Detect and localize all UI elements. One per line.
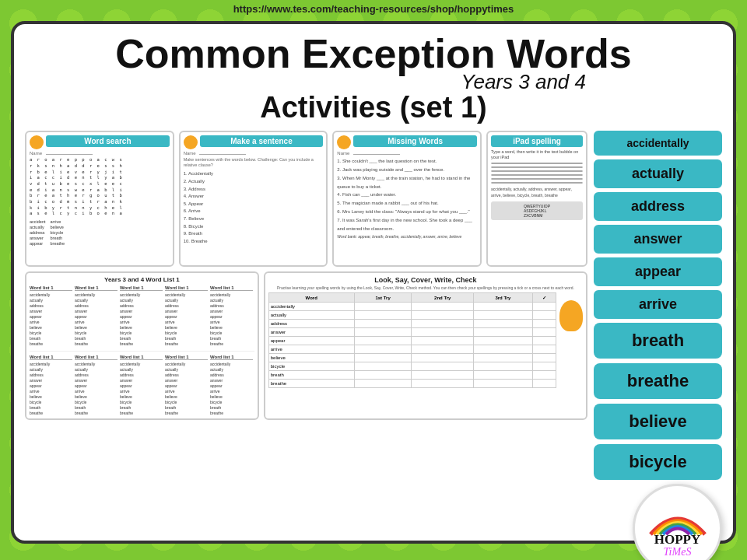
word-card-accidentally: accidentally — [594, 131, 722, 156]
ipad-spelling-card: iPad spelling Type a word, then write it… — [486, 131, 587, 267]
main-title: Common Exception Words — [25, 32, 722, 76]
hoppy-times: TiMeS — [664, 546, 692, 558]
make-sentence-card: Make a sentence Name Make sentences with… — [179, 131, 328, 267]
look-say-card: Look, Say, Cover, Write, Check Practise … — [264, 271, 587, 420]
activities-title: Activities (set 1) — [25, 91, 722, 124]
ipad-desc: Type a word, then write it in the text b… — [491, 149, 583, 160]
make-sentence-title: Make a sentence — [200, 135, 324, 147]
ipad-keyboard: QWERTYUIOPASDFGHJKLZXCVBNM — [491, 201, 583, 220]
word-search-title: Word search — [46, 135, 170, 147]
hoppy-name: HOPPY — [654, 532, 701, 548]
table-row: arrive — [268, 345, 556, 354]
word-card-appear: appear — [594, 257, 722, 286]
center-word-bicycle: bicycle — [594, 444, 722, 480]
name-field-ws: Name — [30, 151, 170, 156]
word-list-card: Years 3 and 4 Word List 1 Word list 1 ac… — [25, 271, 259, 420]
missing-words-card: Missing Words Name 1. She couldn't ___ t… — [332, 131, 482, 267]
ipad-word-list: accidentally, actually, address, answer,… — [491, 187, 583, 198]
hoppy-logo: HOPPY TiMeS — [633, 484, 722, 560]
missing-words-title: Missing Words — [353, 135, 477, 147]
sentence-list: 1. Accidentally 2. Actually 3. Address 4… — [184, 170, 324, 245]
table-row: answer — [268, 328, 556, 337]
table-row: accidentally — [268, 303, 556, 311]
word-list-title: Years 3 and 4 Word List 1 — [30, 276, 254, 283]
url-bar: https://www.tes.com/teaching-resources/s… — [0, 0, 747, 18]
ipad-title: iPad spelling — [491, 135, 583, 147]
title-section: Common Exception Words Years 3 and 4 Act… — [25, 32, 722, 124]
word-list-bottom: accidentactuallyaddressanswerappear arri… — [30, 219, 170, 246]
ipad-inputs — [491, 163, 583, 184]
table-row: believe — [268, 354, 556, 362]
make-sentence-text: Make sentences with the words below. Cha… — [184, 157, 324, 168]
table-row: bicycle — [268, 362, 556, 371]
word-card-arrive: arrive — [594, 290, 722, 319]
dog-icon — [30, 135, 44, 149]
table-row: breathe — [268, 380, 556, 388]
center-word-believe: believe — [594, 404, 722, 439]
table-row: appear — [268, 337, 556, 345]
center-word-breathe: breathe — [594, 363, 722, 399]
word-search-grid: a r o a r e p p o a c w s r k s n h a d … — [30, 157, 170, 217]
look-say-table: Word 1st Try 2nd Try 3rd Try ✓ accidenta… — [268, 292, 556, 388]
word-card-actually: actually — [594, 159, 722, 188]
dog-icon-3 — [337, 135, 351, 149]
word-search-card: Word search Name a r o a r e p p o a c w… — [25, 131, 174, 267]
look-say-dog — [559, 300, 583, 331]
right-word-cards: accidentally actually address answer app… — [594, 131, 722, 319]
center-word-breath: breath — [594, 323, 722, 359]
word-list-table: Word list 1 accidentallyactuallyaddressa… — [30, 285, 254, 346]
look-say-title: Look, Say, Cover, Write, Check — [268, 276, 583, 284]
table-row: address — [268, 320, 556, 328]
main-card: Common Exception Words Years 3 and 4 Act… — [11, 21, 736, 544]
word-bank: Word bank: appear, breath, breathe, acci… — [337, 234, 477, 239]
dog-icon-2 — [184, 135, 198, 149]
name-field-mw: Name — [337, 151, 477, 156]
table-row: breath — [268, 371, 556, 380]
word-list-table-2: Word list 1 accidentallyactuallyaddressa… — [30, 351, 254, 415]
table-row: actually — [268, 311, 556, 320]
word-card-address: address — [594, 192, 722, 221]
word-card-answer: answer — [594, 225, 722, 254]
name-field-ms: Name — [184, 151, 324, 156]
missing-words-sentences: 1. She couldn't ___ the last question on… — [337, 157, 477, 233]
look-say-subtitle: Practise learning your spelling words by… — [268, 285, 583, 290]
